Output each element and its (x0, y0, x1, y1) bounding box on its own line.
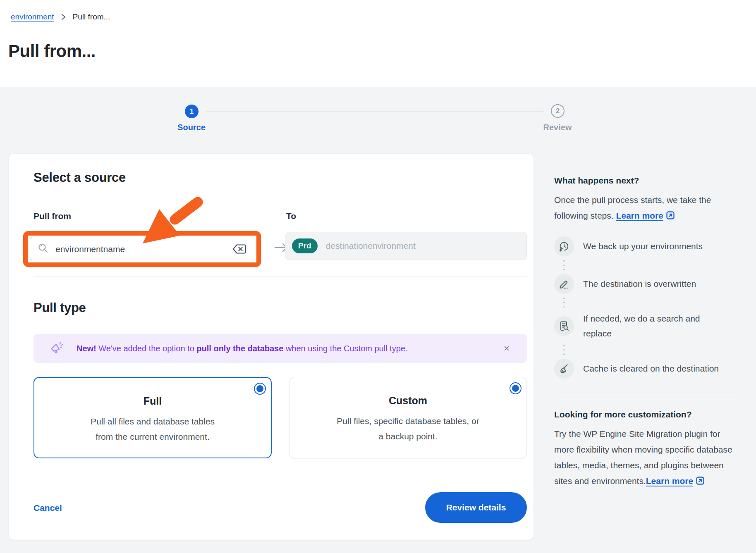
step-connector-dots (563, 345, 741, 355)
sidebar-divider (554, 393, 741, 393)
new-feature-banner: New! We've added the option to pull only… (33, 334, 527, 363)
step-1-indicator: 1 (185, 105, 199, 118)
info-sidebar: What happens next? Once the pull process… (554, 176, 741, 490)
destination-environment-input[interactable]: Prd destinationenvironment (285, 232, 527, 260)
process-steps-list: We back up your environments The destina… (554, 236, 741, 379)
destination-placeholder: destinationenvironment (326, 241, 416, 251)
megaphone-icon (49, 340, 64, 357)
external-link-icon (696, 474, 705, 490)
clear-input-icon[interactable] (232, 244, 246, 254)
pencil-icon (554, 274, 574, 294)
select-source-card: Select a source Pull from environmentnam… (8, 153, 534, 540)
section-divider (33, 276, 527, 277)
list-item: We back up your environments (554, 236, 741, 256)
list-item: If needed, we do a search and replace (554, 311, 741, 341)
pull-from-page: environment Pull from... Pull from... 1 … (0, 0, 756, 553)
step-1-label: Source (163, 123, 220, 132)
cancel-button[interactable]: Cancel (33, 503, 62, 513)
breadcrumb: environment Pull from... (11, 12, 110, 21)
full-option-title: Full (34, 395, 271, 407)
backup-clock-icon (554, 236, 574, 256)
search-document-icon (554, 316, 574, 336)
page-title: Pull from... (8, 41, 96, 61)
list-item: Cache is cleared on the destination (554, 359, 741, 379)
custom-radio-button[interactable] (510, 382, 522, 394)
what-happens-next-intro: Once the pull process starts, we take th… (554, 192, 741, 225)
source-environment-input[interactable]: environmentname (30, 237, 254, 261)
customization-heading: Looking for more customization? (554, 410, 741, 420)
full-option-description: Pull all files and database tables from … (34, 414, 271, 444)
breadcrumb-current: Pull from... (73, 12, 110, 21)
list-item: The destination is overwritten (554, 274, 741, 294)
what-happens-next-heading: What happens next? (554, 176, 741, 186)
pull-type-heading: Pull type (33, 300, 86, 315)
review-details-button[interactable]: Review details (425, 492, 527, 523)
stepper-connector (206, 111, 544, 112)
learn-more-link[interactable]: Learn more (616, 211, 663, 220)
custom-option-title: Custom (289, 395, 526, 407)
full-radio-button[interactable] (254, 383, 266, 395)
pull-from-label: Pull from (33, 211, 71, 221)
chevron-right-icon (61, 13, 66, 21)
select-source-heading: Select a source (33, 170, 126, 185)
environment-type-badge: Prd (292, 238, 318, 253)
source-environment-value: environmentname (55, 244, 232, 254)
learn-more-link-bottom[interactable]: Learn more (646, 476, 693, 486)
customization-text: Try the WP Engine Site Migration plugin … (554, 426, 741, 490)
search-icon (38, 243, 49, 255)
to-label: To (286, 211, 296, 221)
breadcrumb-environment-link[interactable]: environment (11, 12, 54, 21)
step-2-indicator: 2 (551, 104, 565, 118)
banner-close-icon[interactable]: × (502, 342, 511, 355)
external-link-icon (666, 209, 675, 225)
pull-type-option-full[interactable]: Full Pull all files and database tables … (33, 377, 272, 458)
broom-icon (554, 359, 574, 379)
step-connector-dots (563, 298, 741, 308)
banner-message: New! We've added the option to pull only… (77, 344, 502, 353)
content-background: 1 Source 2 Review Select a source Pull f… (0, 87, 756, 553)
step-2-label: Review (529, 123, 586, 132)
customization-section: Looking for more customization? Try the … (554, 410, 741, 490)
pull-type-option-custom[interactable]: Custom Pull files, specific database tab… (289, 377, 527, 458)
step-connector-dots (563, 260, 741, 270)
custom-option-description: Pull files, specific database tables, or… (289, 413, 526, 444)
annotation-highlight-box: environmentname (23, 231, 261, 267)
